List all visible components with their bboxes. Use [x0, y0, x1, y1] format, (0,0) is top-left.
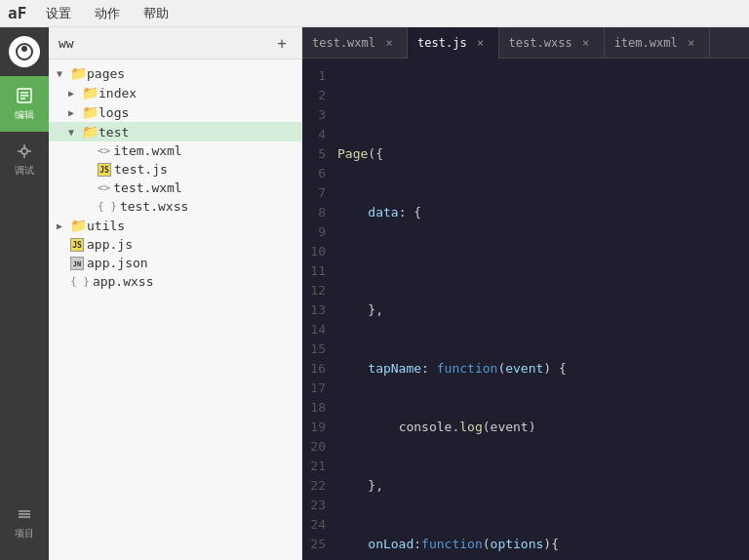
js-icon-app: JS — [70, 238, 84, 252]
file-tree-panel: ww + ▼ 📁 pages ▶ 📁 index ▶ 📁 — [49, 27, 302, 560]
tab-test-js-close[interactable]: × — [473, 35, 489, 51]
tree-item-app-js[interactable]: JS app.js — [49, 235, 301, 254]
ln-18: 18 — [310, 398, 326, 418]
item-wxml-label: item.wxml — [113, 143, 181, 158]
app-logo-circle — [9, 36, 40, 67]
debug-icon — [15, 141, 34, 161]
tab-test-wxml-label: test.wxml — [312, 36, 375, 50]
arrow-index: ▶ — [68, 88, 82, 99]
svg-point-1 — [21, 46, 27, 52]
tree-item-pages[interactable]: ▼ 📁 pages — [49, 63, 301, 83]
ln-2: 2 — [310, 86, 326, 105]
ln-25: 25 — [310, 535, 326, 554]
logo-icon — [15, 42, 34, 61]
pages-label: pages — [87, 66, 125, 81]
line-numbers: 1 2 3 4 5 6 7 8 9 10 11 12 13 14 15 16 1… — [302, 66, 337, 552]
test-js-label: test.js — [114, 162, 168, 177]
tab-test-wxss[interactable]: test.wxss × — [499, 27, 605, 59]
add-file-button[interactable]: + — [272, 33, 292, 53]
tab-test-wxml[interactable]: test.wxml × — [302, 27, 408, 59]
tree-item-test-wxss[interactable]: { } test.wxss — [49, 197, 301, 216]
tree-item-app-json[interactable]: JN app.json — [49, 254, 301, 272]
svg-point-6 — [21, 148, 27, 154]
ln-11: 11 — [310, 261, 326, 281]
workspace-title: ww — [59, 36, 74, 51]
utils-label: utils — [87, 219, 125, 233]
editor-area: test.wxml × test.js × test.wxss × item.w… — [302, 27, 749, 560]
logs-label: logs — [99, 105, 129, 120]
app-wxss-label: app.wxss — [93, 274, 154, 289]
ln-19: 19 — [310, 418, 326, 437]
tab-test-wxml-close[interactable]: × — [381, 35, 397, 51]
folder-icon-utils: 📁 — [70, 218, 87, 233]
tree-item-utils[interactable]: ▶ 📁 utils — [49, 216, 301, 235]
ln-5: 5 — [310, 144, 326, 164]
sidebar-debug[interactable]: 调试 — [0, 132, 49, 187]
tree-item-app-wxss[interactable]: { } app.wxss — [49, 272, 301, 291]
ln-22: 22 — [310, 476, 326, 496]
wxss-icon-app: { } — [70, 275, 90, 288]
code-line-3: data: { — [337, 203, 749, 222]
ln-7: 7 — [310, 183, 326, 203]
tab-test-js-label: test.js — [417, 36, 467, 50]
ln-6: 6 — [310, 164, 326, 183]
tab-test-wxss-close[interactable]: × — [578, 35, 594, 51]
json-icon-app: JN — [70, 257, 84, 270]
arrow-test: ▼ — [68, 127, 82, 138]
ln-9: 9 — [310, 222, 326, 242]
tab-test-js[interactable]: test.js × — [408, 27, 499, 59]
sidebar-edit[interactable]: 编辑 — [0, 76, 49, 132]
ln-17: 17 — [310, 379, 326, 398]
file-tree-items: ▼ 📁 pages ▶ 📁 index ▶ 📁 logs ▼ — [49, 60, 301, 295]
tabs-bar: test.wxml × test.js × test.wxss × item.w… — [302, 27, 749, 59]
folder-icon-index: 📁 — [82, 85, 99, 100]
code-line-6: tapName: function(event) { — [337, 359, 749, 379]
tree-item-test-js[interactable]: JS test.js — [49, 160, 301, 179]
logo-text: aF — [8, 4, 26, 22]
tree-item-test-wxml[interactable]: <> test.wxml — [49, 179, 301, 197]
index-label: index — [99, 86, 137, 100]
app-logo: aF — [8, 4, 26, 22]
main-layout: 编辑 调试 项目 ww + — [0, 27, 749, 560]
code-editor[interactable]: 1 2 3 4 5 6 7 8 9 10 11 12 13 14 15 16 1… — [302, 59, 749, 560]
tree-item-test[interactable]: ▼ 📁 test — [49, 122, 301, 141]
test-wxml-label: test.wxml — [113, 180, 181, 195]
code-content[interactable]: Page({ data: { }, tapName: function(even… — [337, 66, 749, 552]
tab-item-wxml-label: item.wxml — [614, 36, 678, 50]
arrow-pages: ▼ — [57, 68, 70, 79]
ln-21: 21 — [310, 457, 326, 476]
edit-icon — [15, 86, 34, 105]
ln-15: 15 — [310, 340, 326, 359]
ln-16: 16 — [310, 359, 326, 379]
tree-item-item-wxml[interactable]: <> item.wxml — [49, 141, 301, 160]
tab-item-wxml-close[interactable]: × — [684, 35, 699, 51]
sidebar-debug-label: 调试 — [15, 164, 34, 178]
menu-help[interactable]: 帮助 — [139, 3, 173, 24]
wxml-icon-item: <> — [98, 144, 110, 157]
menubar: aF 设置 动作 帮助 — [0, 0, 749, 27]
sidebar-project[interactable]: 项目 — [0, 495, 49, 560]
tree-item-index[interactable]: ▶ 📁 index — [49, 83, 301, 102]
folder-icon-logs: 📁 — [82, 104, 99, 120]
wxss-icon-test: { } — [98, 200, 117, 213]
icon-sidebar: 编辑 调试 项目 — [0, 27, 49, 560]
tree-item-logs[interactable]: ▶ 📁 logs — [49, 102, 301, 122]
js-icon-test: JS — [98, 163, 111, 177]
ln-24: 24 — [310, 515, 326, 535]
arrow-utils: ▶ — [57, 220, 70, 231]
code-line-7: console.log(event) — [337, 418, 749, 437]
wxml-icon-test: <> — [98, 181, 110, 194]
tab-item-wxml[interactable]: item.wxml × — [605, 27, 710, 59]
ln-3: 3 — [310, 105, 326, 125]
menu-actions[interactable]: 动作 — [91, 3, 124, 24]
folder-icon-pages: 📁 — [70, 65, 87, 81]
app-json-label: app.json — [87, 256, 148, 270]
ln-14: 14 — [310, 320, 326, 340]
ln-12: 12 — [310, 281, 326, 300]
menu-settings[interactable]: 设置 — [42, 3, 75, 24]
ln-20: 20 — [310, 437, 326, 457]
ln-13: 13 — [310, 300, 326, 320]
code-line-9: onLoad:function(options){ — [337, 535, 749, 554]
sidebar-edit-label: 编辑 — [15, 108, 34, 122]
code-line-2: Page({ — [337, 144, 749, 164]
